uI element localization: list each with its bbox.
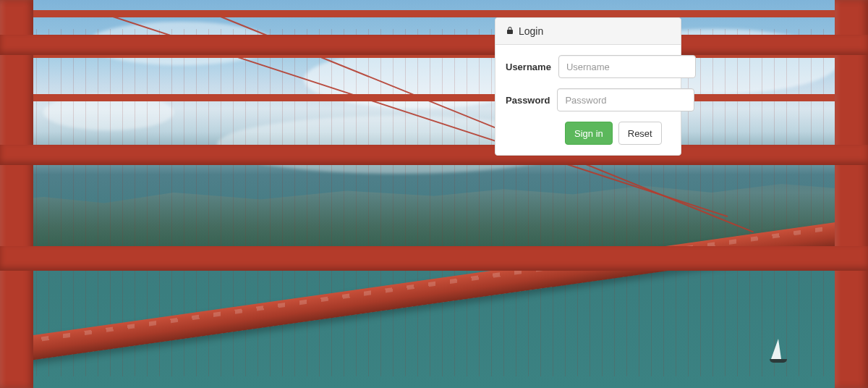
lock-icon bbox=[506, 25, 514, 37]
login-panel-header: Login bbox=[495, 18, 681, 45]
login-panel-body: Username Password Sign in Reset bbox=[495, 45, 681, 155]
password-label: Password bbox=[506, 95, 550, 106]
sailboat-decor bbox=[771, 339, 781, 359]
password-input[interactable] bbox=[557, 88, 694, 111]
signin-button[interactable]: Sign in bbox=[565, 122, 613, 145]
login-title: Login bbox=[519, 25, 543, 37]
reset-button[interactable]: Reset bbox=[618, 122, 662, 145]
username-label: Username bbox=[506, 62, 551, 72]
page-background: Login Username Password Sign in Reset bbox=[0, 0, 868, 388]
password-row: Password bbox=[506, 88, 671, 111]
username-row: Username bbox=[506, 55, 671, 78]
username-input[interactable] bbox=[558, 55, 696, 78]
login-buttons-row: Sign in Reset bbox=[506, 122, 671, 145]
login-panel: Login Username Password Sign in Reset bbox=[495, 17, 681, 156]
